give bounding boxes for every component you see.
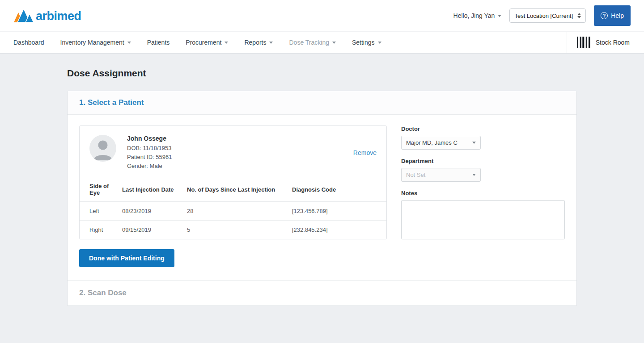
nav-inventory-management[interactable]: Inventory Management (60, 39, 131, 46)
page-title: Dose Assignment (67, 68, 577, 79)
location-select[interactable]: Test Location [Current] (509, 8, 586, 23)
user-menu[interactable]: Hello, Jing Yan (453, 12, 502, 19)
nav-procurement-label: Procurement (186, 39, 221, 46)
cell-last-injection: 09/15/2019 (122, 221, 187, 239)
main-content: Dose Assignment 1. Select a Patient (0, 54, 644, 306)
section-select-patient-header: 1. Select a Patient (68, 91, 576, 115)
patient-info: John Ossege DOB: 11/18/1953 Patient ID: … (80, 126, 386, 178)
nav-dashboard-label: Dashboard (13, 39, 44, 46)
nav-patients[interactable]: Patients (147, 39, 170, 46)
caret-down-icon (332, 42, 336, 44)
patient-avatar (89, 135, 116, 162)
nav-dashboard[interactable]: Dashboard (13, 39, 44, 46)
help-label: Help (611, 12, 624, 19)
doctor-label: Doctor (401, 125, 565, 132)
col-side-of-eye: Side of Eye (80, 178, 122, 202)
help-button[interactable]: ? Help (594, 5, 631, 26)
department-label: Department (401, 158, 565, 164)
patient-column: John Ossege DOB: 11/18/1953 Patient ID: … (79, 125, 387, 280)
doctor-dropdown-value: Major MD, James C (406, 139, 458, 146)
done-patient-editing-button[interactable]: Done with Patient Editing (79, 249, 174, 267)
stock-room-label: Stock Room (596, 39, 630, 46)
col-last-injection-date: Last Injection Date (122, 178, 187, 202)
main-nav: Dashboard Inventory Management Patients … (0, 31, 644, 54)
remove-patient-link[interactable]: Remove (353, 149, 377, 156)
patient-id: Patient ID: 55961 (127, 153, 172, 162)
top-header: arbimed Hello, Jing Yan Test Location [C… (0, 0, 644, 31)
section2-title: 2. Scan Dose (79, 289, 127, 297)
patient-gender: Gender: Male (127, 162, 172, 171)
dose-assignment-panel: 1. Select a Patient John Ossege (67, 91, 577, 306)
section1-title: 1. Select a Patient (79, 98, 144, 107)
department-dropdown-value: Not Set (406, 172, 425, 178)
section-scan-dose-header: 2. Scan Dose (68, 280, 576, 305)
doctor-dropdown[interactable]: Major MD, James C (401, 136, 481, 150)
caret-down-icon (225, 42, 228, 44)
notes-textarea[interactable] (401, 200, 565, 239)
caret-down-icon (378, 42, 381, 44)
select-arrows-icon (577, 13, 581, 18)
barcode-icon (577, 36, 590, 49)
notes-label: Notes (401, 190, 565, 197)
cell-diagnosis: [123.456.789] (292, 202, 386, 221)
help-icon: ? (601, 12, 608, 19)
stock-room-selector[interactable]: Stock Room (567, 32, 644, 53)
caret-down-icon (269, 42, 273, 44)
nav-inventory-management-label: Inventory Management (60, 39, 124, 46)
nav-reports-label: Reports (244, 39, 266, 46)
col-days-since: No. of Days Since Last Injection (187, 178, 292, 202)
nav-patients-label: Patients (147, 39, 170, 46)
logo-text: arbimed (36, 10, 81, 23)
table-row-left-eye: Left 08/23/2019 28 [123.456.789] (80, 202, 386, 221)
patient-details: John Ossege DOB: 11/18/1953 Patient ID: … (127, 135, 172, 171)
patient-dob: DOB: 11/18/1953 (127, 144, 172, 153)
cell-days: 28 (187, 202, 292, 221)
form-column: Doctor Major MD, James C Department Not … (401, 125, 565, 280)
section-select-patient-body: John Ossege DOB: 11/18/1953 Patient ID: … (68, 115, 576, 280)
injection-table: Side of Eye Last Injection Date No. of D… (80, 178, 386, 239)
cell-side: Left (80, 202, 122, 221)
cell-days: 5 (187, 221, 292, 239)
caret-down-icon (472, 142, 476, 144)
nav-items: Dashboard Inventory Management Patients … (13, 32, 381, 53)
col-diagnosis-code: Diagnosis Code (292, 178, 386, 202)
caret-down-icon (127, 42, 131, 44)
caret-down-icon (472, 174, 476, 176)
nav-dose-tracking-label: Dose Tracking (289, 39, 329, 46)
nav-procurement[interactable]: Procurement (186, 39, 228, 46)
table-row-right-eye: Right 09/15/2019 5 [232.845.234] (80, 221, 386, 239)
patient-card: John Ossege DOB: 11/18/1953 Patient ID: … (79, 125, 387, 239)
logo[interactable]: arbimed (13, 8, 81, 23)
person-icon (89, 135, 116, 162)
nav-settings-label: Settings (352, 39, 375, 46)
nav-settings[interactable]: Settings (352, 39, 381, 46)
cell-last-injection: 08/23/2019 (122, 202, 187, 221)
topbar-right: Hello, Jing Yan Test Location [Current] … (453, 5, 631, 26)
caret-down-icon (498, 15, 501, 17)
greeting-text: Hello, Jing Yan (453, 12, 495, 19)
cell-diagnosis: [232.845.234] (292, 221, 386, 239)
department-dropdown[interactable]: Not Set (401, 168, 481, 182)
location-select-value: Test Location [Current] (514, 13, 573, 19)
nav-dose-tracking[interactable]: Dose Tracking (289, 39, 335, 46)
cell-side: Right (80, 221, 122, 239)
injection-table-header-row: Side of Eye Last Injection Date No. of D… (80, 178, 386, 202)
nav-reports[interactable]: Reports (244, 39, 273, 46)
logo-icon (13, 8, 34, 23)
patient-name: John Ossege (127, 135, 172, 142)
